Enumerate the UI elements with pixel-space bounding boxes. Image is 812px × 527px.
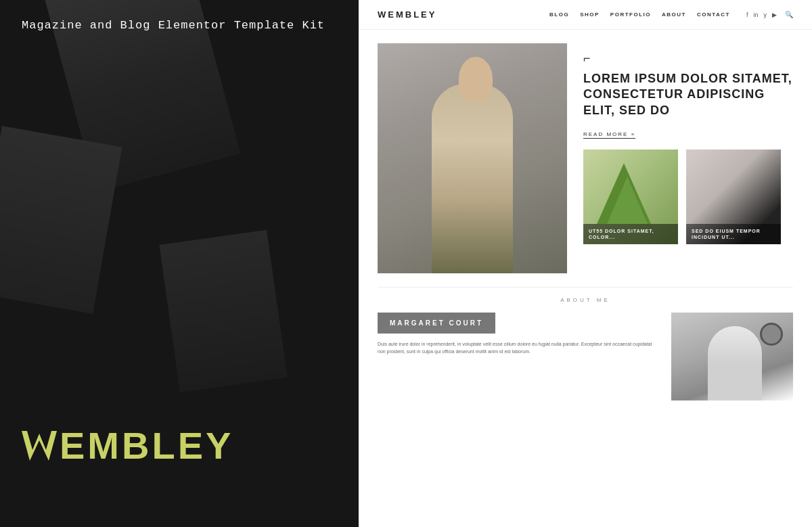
nav-shop[interactable]: SHOP — [580, 12, 600, 18]
site-main: ⌐ LOREM IPSUM DOLOR SITAMET, CONSECTETUR… — [359, 30, 812, 527]
section-label: ABOUT ME — [378, 297, 793, 303]
card-2-overlay: SED DO EIUSM TEMPOR INCIDUNT UT... — [686, 224, 781, 244]
hero-headline: LOREM IPSUM DOLOR SITAMET, CONSECTETUR A… — [583, 71, 793, 118]
site-social: f in y ▶ 🔍 — [746, 11, 793, 18]
right-panel: WEMBLEY BLOG SHOP PORTFOLIO ABOUT CONTAC… — [359, 0, 812, 527]
card-1-overlay: UT55 DOLOR SITAMET, COLOR... — [583, 224, 678, 244]
nav-blog[interactable]: BLOG — [549, 12, 569, 18]
about-bio: Duis aute irure dolor in reprehenderit, … — [378, 340, 658, 355]
small-card-2[interactable]: SED DO EIUSM TEMPOR INCIDUNT UT... — [686, 150, 781, 244]
nav-contact[interactable]: CONTACT — [697, 12, 730, 18]
bracket-top: ⌐ — [583, 51, 793, 66]
facebook-icon[interactable]: f — [746, 12, 748, 18]
svg-marker-0 — [22, 431, 57, 461]
logo-text: EMBLEY — [60, 423, 233, 467]
site-logo: WEMBLEY — [378, 9, 436, 20]
about-left: MARGARET COURT Duis aute irure dolor in … — [378, 313, 658, 355]
search-icon[interactable]: 🔍 — [785, 11, 793, 18]
nav-portfolio[interactable]: PORTFOLIO — [610, 12, 651, 18]
youtube-icon[interactable]: ▶ — [772, 12, 777, 18]
card-2-text: SED DO EIUSM TEMPOR INCIDUNT UT... — [692, 228, 775, 240]
about-content: MARGARET COURT Duis aute irure dolor in … — [378, 313, 793, 400]
left-content: Magazine and Blog Elementor Template Kit… — [0, 0, 359, 527]
w-logo-icon — [22, 428, 57, 463]
about-section: ABOUT ME MARGARET COURT Duis aute irure … — [378, 287, 793, 400]
linkedin-icon[interactable]: in — [753, 12, 758, 18]
site-nav: BLOG SHOP PORTFOLIO ABOUT CONTACT — [549, 12, 730, 18]
small-card-1[interactable]: UT55 DOLOR SITAMET, COLOR... — [583, 150, 678, 244]
about-image — [671, 313, 793, 400]
name-badge: MARGARET COURT — [378, 313, 495, 334]
twitter-icon[interactable]: y — [764, 12, 767, 18]
nav-about[interactable]: ABOUT — [662, 12, 686, 18]
read-more-link[interactable]: READ MORE » — [583, 131, 635, 139]
card-1-text: UT55 DOLOR SITAMET, COLOR... — [589, 228, 673, 240]
site-header: WEMBLEY BLOG SHOP PORTFOLIO ABOUT CONTAC… — [359, 0, 812, 30]
kit-title: Magazine and Blog Elementor Template Kit — [22, 19, 337, 32]
hero-section: ⌐ LOREM IPSUM DOLOR SITAMET, CONSECTETUR… — [378, 43, 793, 273]
wembley-logo-large: EMBLEY — [22, 423, 337, 467]
left-panel: Magazine and Blog Elementor Template Kit… — [0, 0, 359, 527]
hero-image — [378, 43, 567, 273]
hero-text: ⌐ LOREM IPSUM DOLOR SITAMET, CONSECTETUR… — [583, 43, 793, 273]
small-cards-row: UT55 DOLOR SITAMET, COLOR... SED DO EIUS… — [583, 150, 793, 244]
